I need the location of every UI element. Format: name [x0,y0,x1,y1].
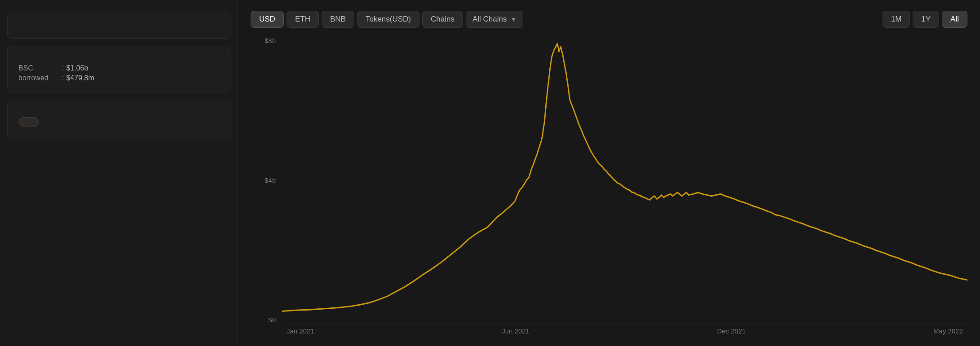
x-label: Jan 2021 [287,327,314,337]
chart-y-labels: $8b$4b$0 [251,37,282,337]
filter-button-tokens(usd)[interactable]: Tokens(USD) [357,11,419,28]
download-button[interactable] [18,117,39,127]
filter-button-eth[interactable]: ETH [287,11,319,28]
chart-main: Jan 2021Jun 2021Dec 2021May 2022 [282,37,967,337]
y-label: $8b [265,37,276,44]
tvl-row-val: $479.8m [66,74,94,82]
x-label: Dec 2021 [717,327,746,337]
description-section [7,13,230,39]
tvl-row: BSC : $1.06b [18,64,219,72]
all-chains-label: All Chains [472,15,507,24]
time-button-1m[interactable]: 1M [883,11,910,28]
chevron-down-icon: ▼ [510,16,516,23]
chart-toolbar: USDETHBNBTokens(USD)ChainsAll Chains▼ 1M… [251,11,967,28]
time-button-all[interactable]: All [942,11,967,28]
tvl-row-sep: : [62,64,63,72]
x-label: May 2022 [933,327,963,337]
tvl-row: borrowed : $479.8m [18,74,219,82]
y-label: $0 [268,316,276,324]
tvl-row-key: BSC [18,64,59,72]
chains-dropdown[interactable]: All Chains▼ [466,11,523,28]
filter-button-bnb[interactable]: BNB [322,11,354,28]
chart-svg-area [282,37,967,324]
x-label: Jun 2021 [502,327,530,337]
chains-button[interactable]: Chains [422,11,463,28]
time-button-1y[interactable]: 1Y [913,11,939,28]
tvl-row-key: borrowed [18,74,59,82]
filter-button-usd[interactable]: USD [251,11,284,28]
tvl-details: BSC : $1.06b borrowed : $479.8m [18,64,219,82]
tvl-section: BSC : $1.06b borrowed : $479.8m [7,46,230,92]
toolbar-left: USDETHBNBTokens(USD)ChainsAll Chains▼ [251,11,523,28]
right-panel: USDETHBNBTokens(USD)ChainsAll Chains▼ 1M… [238,0,980,346]
y-label: $4b [265,176,276,184]
links-section [7,100,230,139]
left-panel: BSC : $1.06b borrowed : $479.8m [0,0,238,346]
tvl-row-sep: : [62,74,63,82]
chart-container: $8b$4b$0 Jan 2021Jun 2021Dec 2021May 202… [251,37,967,337]
chart-x-labels: Jan 2021Jun 2021Dec 2021May 2022 [282,324,967,337]
tvl-row-val: $1.06b [66,64,88,72]
toolbar-right: 1M1YAll [883,11,967,28]
